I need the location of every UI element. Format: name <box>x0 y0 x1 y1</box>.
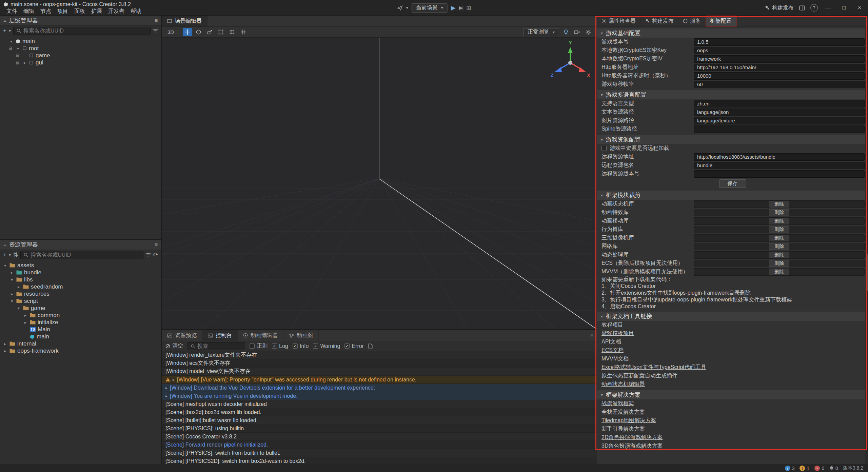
section-header-3[interactable]: ▾游戏资源配置 <box>597 135 868 144</box>
field-input-本地数据CryptoES加密IV[interactable] <box>694 55 865 63</box>
play-button[interactable]: ▶ <box>451 4 456 12</box>
delete-button[interactable]: 删除 <box>769 201 789 208</box>
field-input-游戏版本号[interactable] <box>694 38 865 46</box>
menu-item-5[interactable]: 面板 <box>71 8 88 15</box>
log-row-1[interactable]: [Window] render_texture文件夹不存在 <box>162 351 597 359</box>
field-input-本地数据CryptoES加密Key[interactable] <box>694 47 865 54</box>
field-input-Http服务器地址[interactable] <box>694 64 865 71</box>
link-战旗游戏框架[interactable]: 战旗游戏框架 <box>601 400 634 407</box>
regex-toggle[interactable]: 正则 <box>250 342 268 350</box>
field-input-文本资源路径[interactable] <box>694 109 865 116</box>
menu-item-8[interactable]: 帮助 <box>127 8 144 15</box>
tree-row-libs[interactable]: ▾libs <box>0 276 161 283</box>
link-原生包热更新配置自动生成插件[interactable]: 原生包热更新配置自动生成插件 <box>601 372 677 379</box>
mode-3d-button[interactable]: 3D <box>166 28 176 36</box>
filter-info[interactable]: ✓Info <box>293 343 309 349</box>
rotate-tool-button[interactable] <box>194 28 203 36</box>
console-error-count[interactable]: × 0 <box>814 466 824 471</box>
chevron-right-icon[interactable]: ▸ <box>23 320 28 325</box>
hierarchy-menu-icon[interactable]: ≡ <box>155 18 158 24</box>
chevron-down-icon[interactable]: ▾ <box>16 46 20 51</box>
chevron-right-icon[interactable]: ▸ <box>165 386 167 390</box>
tab-动画图[interactable]: 动画图 <box>283 330 319 341</box>
tree-row-Main[interactable]: TSMain <box>0 326 161 333</box>
link-游戏模板项目[interactable]: 游戏模板项目 <box>601 330 634 337</box>
tree-row-root[interactable]: ▾root <box>0 45 161 52</box>
log-row-2[interactable]: [Window] ecs文件夹不存在 <box>162 359 597 368</box>
hierarchy-search[interactable] <box>13 27 151 35</box>
log-row-6[interactable]: ▸[Window] You are running Vue in develop… <box>162 392 597 400</box>
tree-row-seedrandom[interactable]: ▸seedrandom <box>0 283 161 290</box>
log-row-4[interactable]: ▸[Window] [Vue warn]: Property "onInput"… <box>162 376 597 384</box>
clear-console-button[interactable]: 清空 <box>165 342 183 350</box>
menu-item-2[interactable]: 编辑 <box>20 8 37 15</box>
section-header-2[interactable]: ▾游戏多语言配置 <box>597 90 868 99</box>
tab-服务[interactable]: 服务 <box>678 16 706 26</box>
add-node-caret-icon[interactable]: ▾ <box>9 28 11 33</box>
tree-row-assets[interactable]: ▾assets <box>0 262 161 269</box>
tab-属性检查器[interactable]: 属性检查器 <box>597 16 640 26</box>
scene-viewport[interactable]: Y X Z <box>162 38 597 329</box>
menu-item-1[interactable]: 文件 <box>3 8 20 15</box>
field-input-游戏每秒帧率[interactable] <box>694 81 865 88</box>
delete-button[interactable]: 删除 <box>769 226 789 233</box>
link-教程项目[interactable]: 教程项目 <box>601 321 623 329</box>
tree-row-common[interactable]: ▸common <box>0 312 161 319</box>
delete-button[interactable]: 删除 <box>769 235 789 241</box>
assets-search-input[interactable] <box>31 252 140 258</box>
sort-icon[interactable]: ⇅ <box>13 251 18 258</box>
tree-row-resources[interactable]: ▸resources <box>0 290 161 297</box>
log-row-8[interactable]: [Scene] [box2d]:box2d wasm lib loaded. <box>162 408 597 416</box>
link-MVVM文档[interactable]: MVVM文档 <box>601 355 629 362</box>
transform-space-button[interactable] <box>228 28 237 36</box>
light-toggle-button[interactable] <box>561 28 570 36</box>
assets-menu-icon[interactable]: ≡ <box>155 242 158 248</box>
tree-row-game[interactable]: ▾game <box>0 304 161 312</box>
tab-资源预览[interactable]: 资源预览 <box>162 330 202 341</box>
tab-动画编辑器[interactable]: 动画编辑器 <box>238 330 283 341</box>
console-menu-icon[interactable]: ≡ <box>590 330 597 341</box>
preview-target-caret-icon[interactable]: ▾ <box>406 5 408 10</box>
chevron-down-icon[interactable]: ▾ <box>9 277 14 282</box>
link-3D角色扮演游戏解决方案[interactable]: 3D角色扮演游戏解决方案 <box>601 442 663 450</box>
tab-控制台[interactable]: 控制台 <box>202 330 238 341</box>
chevron-right-icon[interactable]: ▸ <box>173 377 175 382</box>
rect-tool-button[interactable] <box>216 28 225 36</box>
hierarchy-filter-icon[interactable] <box>153 28 158 33</box>
scene-select[interactable]: 当前场景 ▾ <box>412 3 448 13</box>
log-row-12[interactable]: [Scene] Forward render pipeline initiali… <box>162 441 597 449</box>
menu-item-6[interactable]: 扩展 <box>88 8 105 15</box>
remote-load-checkbox[interactable] <box>601 146 607 151</box>
chevron-right-icon[interactable]: ▸ <box>3 341 7 346</box>
tree-row-game[interactable]: game <box>0 52 161 59</box>
chevron-right-icon[interactable]: ▸ <box>165 394 167 398</box>
link-新手引导解决方案[interactable]: 新手引导解决方案 <box>601 426 645 433</box>
tree-row-main[interactable]: ▾main <box>0 38 161 45</box>
console-search-input[interactable] <box>197 343 242 349</box>
close-button[interactable]: × <box>854 3 865 13</box>
chevron-down-icon[interactable]: ▾ <box>3 263 7 268</box>
chevron-right-icon[interactable]: ▸ <box>9 270 14 275</box>
preview-target-icon[interactable] <box>397 5 403 11</box>
chevron-down-icon[interactable]: ▾ <box>9 299 14 303</box>
field-input-远程资源地址[interactable] <box>694 153 865 161</box>
section-header-5[interactable]: ▾框架文档工具链接 <box>597 312 868 321</box>
log-row-10[interactable]: [Scene] [PHYSICS]: using builtin. <box>162 425 597 433</box>
field-input-远程资源包名[interactable] <box>694 162 865 169</box>
filter-error[interactable]: ✓Error <box>344 343 364 349</box>
filter-log[interactable]: ✓Log <box>272 343 288 349</box>
section-header-6[interactable]: ▾框架解决方案 <box>597 390 868 399</box>
notification-bell[interactable]: 0 <box>829 466 838 471</box>
section-header-1[interactable]: ▾游戏基础配置 <box>597 28 868 38</box>
log-row-7[interactable]: [Scene] meshopt wasm decoder initialized <box>162 400 597 408</box>
log-row-9[interactable]: [Scene] [bullet]:bullet wasm lib loaded. <box>162 416 597 425</box>
add-asset-button[interactable]: + <box>3 252 6 258</box>
delete-button[interactable]: 删除 <box>769 260 789 267</box>
save-button[interactable]: 保存 <box>719 179 746 188</box>
scrollbar-thumb[interactable] <box>866 254 868 291</box>
translate-tool-button[interactable] <box>183 28 192 36</box>
link-全栈开发解决方案[interactable]: 全栈开发解决方案 <box>601 409 645 416</box>
field-input-Http服务器请求超时（毫秒）[interactable] <box>694 72 865 80</box>
add-node-button[interactable]: + <box>3 27 6 34</box>
chevron-right-icon[interactable]: ▸ <box>9 292 14 296</box>
